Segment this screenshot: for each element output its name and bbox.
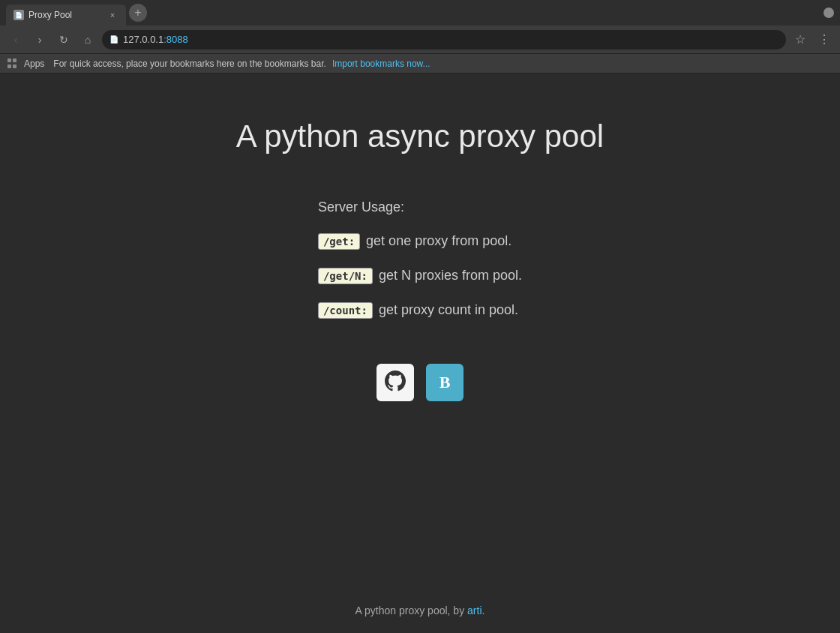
address-text: 127.0.0.1:8088 xyxy=(123,34,188,45)
browser-chrome: 📄 Proxy Pool × + ‹ › ↻ ⌂ 📄 127.0.0.1:808… xyxy=(0,0,840,74)
github-icon xyxy=(385,370,406,394)
page-footer: A python proxy pool, by arti. xyxy=(356,604,485,616)
footer-text: A python proxy pool, by xyxy=(356,604,467,616)
window-minimize-button[interactable] xyxy=(824,8,834,18)
usage-row-getn: /get/N: get N proxies from pool. xyxy=(318,268,522,284)
github-link-button[interactable] xyxy=(376,364,414,401)
footer-dot: . xyxy=(482,604,485,616)
reload-button[interactable]: ↻ xyxy=(54,30,74,50)
usage-desc-get: get one proxy from pool. xyxy=(366,233,512,249)
forward-button[interactable]: › xyxy=(30,30,50,50)
server-usage-section: Server Usage: /get: get one proxy from p… xyxy=(318,200,522,319)
apps-icon xyxy=(8,58,18,69)
endpoint-badge-getn: /get/N: xyxy=(318,268,373,284)
server-usage-label: Server Usage: xyxy=(318,200,404,215)
nav-bar: ‹ › ↻ ⌂ 📄 127.0.0.1:8088 ☆ ⋮ xyxy=(0,26,840,54)
tab-title: Proxy Pool xyxy=(28,10,102,20)
apps-label[interactable]: Apps xyxy=(24,58,44,69)
back-button[interactable]: ‹ xyxy=(6,30,26,50)
home-button[interactable]: ⌂ xyxy=(78,30,98,50)
endpoint-badge-count: /count: xyxy=(318,302,373,319)
window-controls xyxy=(824,8,834,18)
menu-button[interactable]: ⋮ xyxy=(814,30,834,50)
icon-row: B xyxy=(376,364,464,401)
address-favicon: 📄 xyxy=(110,35,118,44)
tab-favicon: 📄 xyxy=(14,10,24,20)
page-content: A python async proxy pool Server Usage: … xyxy=(0,74,840,632)
bookmarks-hint-text: For quick access, place your bookmarks h… xyxy=(53,58,326,69)
endpoint-badge-get: /get: xyxy=(318,233,360,250)
tab-close-button[interactable]: × xyxy=(106,9,118,21)
usage-row-get: /get: get one proxy from pool. xyxy=(318,233,512,250)
import-bookmarks-link[interactable]: Import bookmarks now... xyxy=(332,58,430,69)
usage-row-count: /count: get proxy count in pool. xyxy=(318,302,518,319)
usage-desc-getn: get N proxies from pool. xyxy=(379,268,522,284)
bookmark-star-button[interactable]: ☆ xyxy=(790,30,810,50)
page-main-title: A python async proxy pool xyxy=(236,118,604,154)
usage-desc-count: get proxy count in pool. xyxy=(379,302,518,318)
bookmarks-bar: Apps For quick access, place your bookma… xyxy=(0,54,840,74)
address-bar[interactable]: 📄 127.0.0.1:8088 xyxy=(102,30,786,50)
tab-bar: 📄 Proxy Pool × + xyxy=(0,0,840,26)
bootstrap-icon: B xyxy=(440,373,451,392)
active-tab[interactable]: 📄 Proxy Pool × xyxy=(6,4,126,26)
footer-author-link[interactable]: arti xyxy=(467,604,482,616)
bootstrap-link-button[interactable]: B xyxy=(426,364,464,401)
new-tab-button[interactable]: + xyxy=(129,4,147,22)
